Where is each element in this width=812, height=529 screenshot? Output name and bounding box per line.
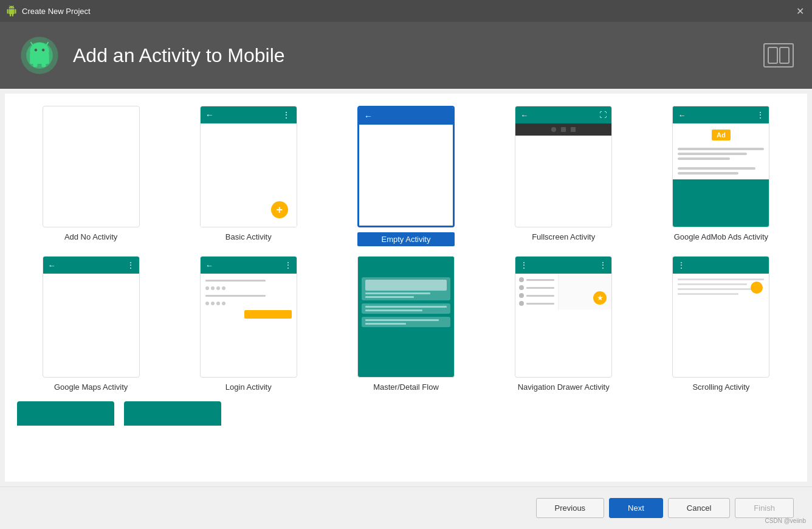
watermark-text: CSDN @veiinb bbox=[765, 517, 806, 524]
admob-line-1 bbox=[678, 148, 764, 150]
label-login: Login Activity bbox=[225, 382, 272, 392]
admob-line-5 bbox=[678, 172, 738, 175]
label-scrolling: Scrolling Activity bbox=[692, 382, 749, 392]
fab-icon: + bbox=[271, 201, 288, 218]
main-window: Create New Project ✕ Add an Activity to … bbox=[0, 0, 812, 529]
thumb-navdrawer: ⋮ ⋮ bbox=[515, 256, 612, 378]
login-dots-row bbox=[205, 286, 292, 290]
partial-thumb-2 bbox=[124, 401, 221, 426]
thumb-maps: ← ⋮ bbox=[43, 256, 140, 378]
ad-badge: Ad bbox=[712, 130, 731, 140]
label-admob: Google AdMob Ads Activity bbox=[674, 232, 768, 241]
admob-line-2 bbox=[678, 153, 747, 155]
dialog-footer: Previous Next Cancel Finish CSDN @veiinb bbox=[0, 486, 812, 529]
menu-dots-maps: ⋮ bbox=[127, 261, 134, 269]
menu-dots-icon: ⋮ bbox=[282, 110, 292, 120]
partial-thumb-1 bbox=[17, 401, 114, 426]
menu-dots-admob: ⋮ bbox=[757, 111, 764, 119]
home-btn-icon bbox=[561, 127, 566, 132]
back-icon-login: ← bbox=[205, 261, 213, 270]
android-icon bbox=[6, 5, 17, 16]
master-card-1 bbox=[362, 277, 450, 300]
finish-button[interactable]: Finish bbox=[735, 498, 794, 518]
bottom-partial-row bbox=[17, 401, 795, 426]
activity-item-add-no-activity[interactable]: Add No Activity bbox=[17, 106, 165, 246]
dots-icon-nav: ⋮ bbox=[599, 261, 607, 269]
title-bar: Create New Project ✕ bbox=[0, 0, 812, 22]
activity-item-basic-activity[interactable]: ← ⋮ + Basic Activity bbox=[174, 106, 322, 246]
back-icon-admob: ← bbox=[678, 111, 686, 120]
svg-rect-11 bbox=[780, 47, 789, 63]
label-basic-activity: Basic Activity bbox=[225, 232, 272, 241]
activity-item-fullscreen-activity[interactable]: ← ⛶ Fullscreen Activity bbox=[490, 106, 638, 246]
admob-line-3 bbox=[678, 157, 729, 160]
login-field-1 bbox=[205, 280, 266, 282]
back-arrow-icon: ← bbox=[205, 110, 214, 120]
nav-main: ★ bbox=[559, 274, 611, 309]
svg-point-5 bbox=[42, 49, 44, 51]
expand-icon: ⛶ bbox=[599, 111, 607, 119]
activity-item-master-detail[interactable]: Master/Detail Flow bbox=[332, 256, 480, 392]
master-card-3 bbox=[362, 317, 450, 327]
activity-item-login[interactable]: ← ⋮ bbox=[174, 256, 322, 392]
scroll-fab bbox=[751, 282, 763, 294]
scroll-line-2 bbox=[678, 283, 747, 285]
dialog-header: Add an Activity to Mobile bbox=[0, 22, 812, 89]
title-bar-text: Create New Project bbox=[22, 7, 794, 16]
back-icon: ← bbox=[520, 111, 528, 120]
thumb-master-detail bbox=[357, 256, 455, 378]
activity-item-admob[interactable]: ← ⋮ Ad Google AdMob Ads A bbox=[647, 106, 795, 246]
login-btn bbox=[244, 310, 292, 319]
thumb-add-no-activity bbox=[43, 106, 140, 227]
label-fullscreen-activity: Fullscreen Activity bbox=[532, 232, 595, 241]
back-btn-icon bbox=[571, 127, 576, 132]
svg-rect-9 bbox=[42, 60, 46, 67]
scroll-line-4 bbox=[678, 293, 738, 295]
thumb-empty-activity: ← bbox=[357, 106, 455, 227]
scroll-line-3 bbox=[678, 288, 755, 290]
dual-screen-icon bbox=[768, 47, 790, 64]
label-master-detail: Master/Detail Flow bbox=[373, 382, 439, 392]
nav-sidebar bbox=[515, 274, 559, 309]
svg-rect-3 bbox=[30, 54, 49, 64]
dots-icon-scroll: ⋮ bbox=[678, 261, 685, 269]
thumb-admob: ← ⋮ Ad bbox=[672, 106, 769, 227]
close-icon[interactable]: ✕ bbox=[794, 5, 806, 17]
thumb-fullscreen-activity: ← ⛶ bbox=[515, 106, 612, 227]
thumb-basic-activity: ← ⋮ + bbox=[200, 106, 297, 227]
menu-dots-login: ⋮ bbox=[284, 261, 292, 269]
activity-item-scrolling[interactable]: ⋮ Scrolling Activity bbox=[647, 256, 795, 392]
label-empty-activity: Empty Activity bbox=[357, 232, 455, 246]
login-dots-row2 bbox=[205, 302, 292, 305]
back-arrow-icon: ← bbox=[364, 111, 373, 121]
label-maps: Google Maps Activity bbox=[54, 382, 128, 392]
layout-icon bbox=[763, 43, 794, 67]
thumb-login: ← ⋮ bbox=[200, 256, 297, 378]
master-card-2 bbox=[362, 303, 450, 314]
thumb-scrolling: ⋮ bbox=[672, 256, 769, 378]
svg-rect-8 bbox=[33, 60, 38, 67]
header-title: Add an Activity to Mobile bbox=[73, 44, 285, 67]
scroll-line-1 bbox=[678, 278, 764, 280]
cancel-button[interactable]: Cancel bbox=[668, 498, 730, 518]
header-logo-icon bbox=[18, 34, 61, 77]
next-button[interactable]: Next bbox=[609, 498, 663, 518]
login-field-2 bbox=[205, 295, 266, 297]
svg-point-4 bbox=[35, 49, 37, 51]
label-navdrawer: Navigation Drawer Activity bbox=[518, 382, 610, 392]
admob-line-4 bbox=[678, 167, 755, 170]
previous-button[interactable]: Previous bbox=[536, 498, 605, 518]
nav-btn-icon bbox=[551, 127, 556, 132]
menu-icon-nav: ⋮ bbox=[520, 261, 528, 269]
activity-item-navdrawer[interactable]: ⋮ ⋮ bbox=[490, 256, 638, 392]
nav-fab: ★ bbox=[593, 291, 607, 305]
label-add-no-activity: Add No Activity bbox=[64, 232, 117, 241]
activity-item-maps[interactable]: ← ⋮ bbox=[17, 256, 165, 392]
svg-rect-10 bbox=[768, 47, 777, 63]
activity-grid: Add No Activity ← ⋮ + Basic Activity bbox=[17, 106, 795, 392]
activity-item-empty-activity[interactable]: ← Empty Activity bbox=[332, 106, 480, 246]
back-icon-maps: ← bbox=[48, 261, 56, 270]
content-area[interactable]: Add No Activity ← ⋮ + Basic Activity bbox=[5, 94, 807, 482]
